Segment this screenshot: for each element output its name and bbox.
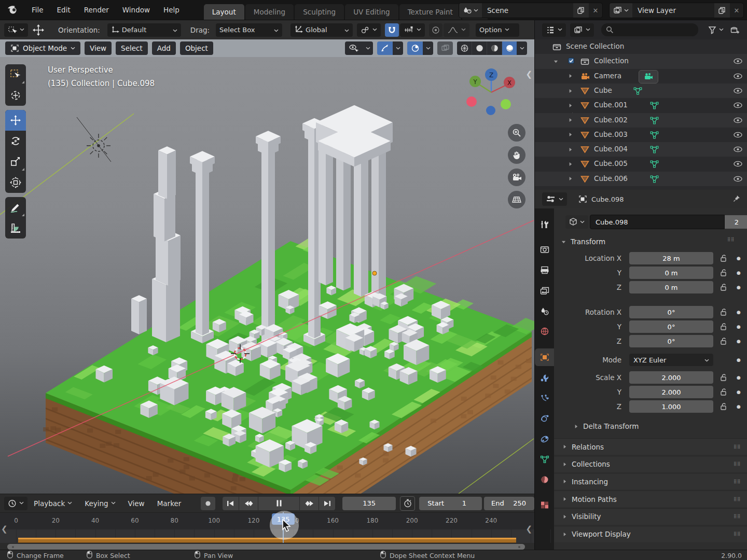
view-layer-name[interactable]: View Layer [632, 6, 714, 15]
frame-start-field[interactable]: Start1 [419, 497, 482, 510]
animate-property-dot[interactable]: ● [734, 400, 743, 413]
expander-icon[interactable] [554, 58, 558, 65]
texture-tab[interactable] [535, 496, 554, 514]
timeline-scrollbar[interactable] [7, 544, 525, 550]
viewport-menu-select[interactable]: Select [116, 41, 148, 55]
viewport-menu-view[interactable]: View [85, 41, 112, 55]
particles-tab[interactable] [535, 389, 554, 407]
lock-icon[interactable] [719, 306, 728, 318]
outliner-item-name[interactable]: Cube [594, 86, 612, 94]
panel-drag-handle[interactable]: ⣿⣿ [727, 239, 735, 241]
world-tab[interactable] [535, 323, 554, 340]
hide-in-viewport-eye-icon[interactable] [733, 160, 743, 169]
object-tab[interactable] [535, 348, 554, 366]
outliner-row[interactable]: Cube.005 [535, 157, 747, 171]
expand-region-right-icon[interactable]: ❮ [525, 524, 532, 534]
material-tab[interactable] [535, 471, 554, 488]
pivot-point-dropdown[interactable] [357, 23, 381, 37]
hide-in-viewport-eye-icon[interactable] [733, 146, 743, 155]
outliner-display-mode-dropdown[interactable] [542, 23, 566, 37]
drag-dropdown[interactable]: Select Box [216, 23, 282, 37]
mesh-data-icon[interactable] [650, 117, 659, 126]
pin-icon[interactable] [732, 194, 741, 204]
outliner-item-name[interactable]: Camera [594, 72, 621, 80]
next-keyframe-button[interactable] [300, 497, 319, 510]
use-preview-range-button[interactable] [400, 496, 415, 511]
expander-icon[interactable] [568, 72, 573, 80]
animate-property-dot[interactable]: ● [734, 371, 743, 384]
jump-to-start-button[interactable] [223, 497, 239, 510]
timeline-menu-view[interactable]: View [122, 499, 151, 508]
view-layer-tab[interactable] [535, 282, 554, 300]
output-tab[interactable] [535, 261, 554, 279]
scene-tab[interactable] [535, 302, 554, 320]
viewport-menu-object[interactable]: Object [180, 41, 213, 55]
topbar-menu-help[interactable]: Help [157, 0, 186, 20]
transform-space-dropdown[interactable]: Global [290, 23, 353, 37]
physics-tab[interactable] [535, 410, 554, 427]
timeline-menu-keying[interactable]: Keying [78, 499, 121, 508]
outliner-row[interactable]: Cube.002 [535, 113, 747, 128]
prop-value-field[interactable]: 0 m [629, 281, 713, 293]
workspace-tab-layout[interactable]: Layout [204, 4, 244, 20]
outliner-search-input[interactable] [601, 23, 698, 36]
animate-property-dot[interactable]: ● [734, 252, 743, 264]
camera-view-button[interactable] [508, 169, 525, 186]
new-view-layer-button[interactable] [714, 3, 730, 18]
animate-property-dot[interactable]: ● [734, 281, 743, 293]
outliner-item-name[interactable]: Cube.005 [594, 159, 628, 167]
outliner-row[interactable]: Camera [535, 69, 747, 83]
outliner-row[interactable]: Cube [535, 83, 747, 98]
outliner-row[interactable]: Cube.004 [535, 142, 747, 157]
outliner-item-name[interactable]: Scene Collection [566, 42, 624, 50]
navigation-gizmo[interactable]: Z Y X [463, 66, 520, 123]
snap-toggle[interactable] [385, 23, 399, 37]
viewport-3d[interactable]: Object ModeViewSelectAddObject User Pers… [0, 39, 534, 494]
outliner-item-name[interactable]: Cube.006 [594, 174, 628, 183]
animate-property-dot[interactable]: ● [734, 306, 743, 318]
outliner-row[interactable]: Scene Collection [535, 39, 747, 54]
object-visibility-dropdown[interactable] [345, 41, 373, 55]
prop-value-field[interactable]: 0° [629, 306, 713, 318]
topbar-menu-edit[interactable]: Edit [50, 0, 77, 20]
outliner-row[interactable] [535, 186, 747, 190]
users-count-button[interactable]: 2 [725, 215, 747, 229]
collapse-sidebar-icon[interactable]: ❮ [525, 69, 532, 79]
proportional-falloff-dropdown[interactable] [444, 23, 469, 37]
outliner-item-name[interactable]: Cube.003 [594, 130, 628, 138]
object-browse-dropdown[interactable] [565, 215, 588, 229]
timeline-editor-type-dropdown[interactable] [4, 497, 27, 510]
editor-type-dropdown[interactable] [542, 192, 567, 206]
prop-value-field[interactable]: 2.000 [629, 386, 713, 398]
lock-icon[interactable] [719, 335, 728, 347]
zoom-button[interactable] [508, 124, 525, 142]
transform-tool-button[interactable] [5, 172, 26, 193]
outliner-item-name[interactable]: Cube.002 [594, 116, 628, 124]
region-divider[interactable] [534, 20, 535, 550]
frame-end-field[interactable]: End250 [484, 497, 534, 510]
hide-in-viewport-eye-icon[interactable] [733, 175, 743, 184]
shading-mode-switch[interactable] [457, 41, 527, 55]
panel-instancing[interactable]: Instancing⣿⣿ [554, 473, 747, 489]
outliner-item-name[interactable]: Cube.004 [594, 145, 628, 153]
outliner-item-name[interactable]: Cube.001 [594, 101, 628, 109]
timeline-ruler[interactable]: 020406080100120140160180200220240 [0, 512, 534, 530]
expander-icon[interactable] [568, 116, 573, 124]
workspace-tab-uv-editing[interactable]: UV Editing [345, 4, 398, 20]
animate-property-dot[interactable]: ● [734, 267, 743, 279]
constraints-tab[interactable] [535, 430, 554, 448]
previous-keyframe-button[interactable] [239, 497, 258, 510]
hide-in-viewport-eye-icon[interactable] [733, 117, 743, 125]
proportional-editing-toggle[interactable] [429, 23, 442, 37]
overlays-toggle[interactable] [407, 41, 433, 55]
hide-in-viewport-eye-icon[interactable] [733, 58, 743, 66]
modifiers-tab[interactable] [535, 369, 554, 387]
panel-viewport-display[interactable]: Viewport Display⣿⣿ [554, 526, 747, 542]
topbar-menu-render[interactable]: Render [77, 0, 116, 20]
outliner-row[interactable]: Cube.001 [535, 98, 747, 113]
panel-motion-paths[interactable]: Motion Paths⣿⣿ [554, 491, 747, 507]
timeline-menu-marker[interactable]: Marker [151, 499, 188, 508]
outliner-filter-id-dropdown[interactable] [570, 23, 594, 37]
blender-logo-icon[interactable] [6, 3, 20, 17]
cursor-tool-button[interactable] [5, 85, 26, 106]
